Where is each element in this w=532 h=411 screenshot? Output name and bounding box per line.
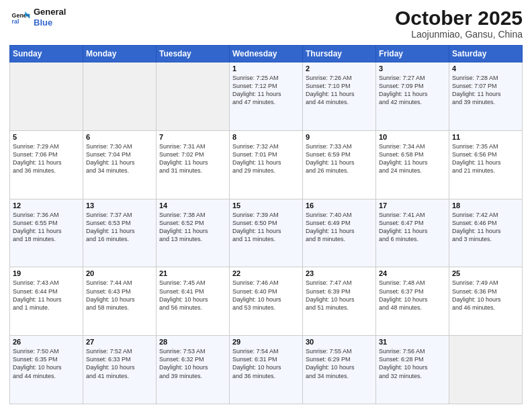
day-number: 3	[379, 64, 446, 73]
calendar-cell: 17Sunrise: 7:41 AM Sunset: 6:47 PM Dayli…	[376, 199, 449, 267]
calendar-body: 1Sunrise: 7:25 AM Sunset: 7:12 PM Daylig…	[10, 62, 523, 404]
day-number: 12	[13, 201, 80, 210]
day-info: Sunrise: 7:37 AM Sunset: 6:53 PM Dayligh…	[86, 211, 153, 244]
calendar-cell: 18Sunrise: 7:42 AM Sunset: 6:46 PM Dayli…	[449, 199, 523, 267]
calendar-cell: 6Sunrise: 7:30 AM Sunset: 7:04 PM Daylig…	[83, 130, 157, 199]
calendar-cell: 30Sunrise: 7:55 AM Sunset: 6:29 PM Dayli…	[303, 336, 376, 404]
logo-text: General Blue	[34, 7, 66, 28]
day-number: 23	[306, 269, 373, 277]
col-thursday: Thursday	[303, 46, 376, 62]
calendar-cell	[10, 62, 83, 131]
day-info: Sunrise: 7:29 AM Sunset: 7:06 PM Dayligh…	[13, 142, 80, 175]
col-wednesday: Wednesday	[230, 46, 303, 62]
calendar: Sunday Monday Tuesday Wednesday Thursday…	[9, 45, 523, 404]
col-monday: Monday	[83, 46, 157, 62]
calendar-week-5: 26Sunrise: 7:50 AM Sunset: 6:35 PM Dayli…	[10, 336, 523, 404]
calendar-week-4: 19Sunrise: 7:43 AM Sunset: 6:44 PM Dayli…	[10, 267, 523, 336]
day-number: 10	[379, 133, 446, 141]
svg-text:ral: ral	[12, 18, 19, 25]
calendar-cell: 8Sunrise: 7:32 AM Sunset: 7:01 PM Daylig…	[230, 130, 303, 199]
calendar-cell: 16Sunrise: 7:40 AM Sunset: 6:49 PM Dayli…	[303, 199, 376, 267]
calendar-cell: 29Sunrise: 7:54 AM Sunset: 6:31 PM Dayli…	[230, 336, 303, 404]
day-info: Sunrise: 7:47 AM Sunset: 6:39 PM Dayligh…	[306, 279, 373, 312]
calendar-cell: 7Sunrise: 7:31 AM Sunset: 7:02 PM Daylig…	[157, 130, 230, 199]
day-number: 11	[452, 133, 519, 141]
day-info: Sunrise: 7:41 AM Sunset: 6:47 PM Dayligh…	[379, 211, 446, 244]
day-number: 15	[232, 201, 300, 210]
calendar-cell: 1Sunrise: 7:25 AM Sunset: 7:12 PM Daylig…	[230, 62, 303, 131]
day-info: Sunrise: 7:30 AM Sunset: 7:04 PM Dayligh…	[86, 142, 153, 175]
day-info: Sunrise: 7:36 AM Sunset: 6:55 PM Dayligh…	[13, 211, 80, 244]
day-info: Sunrise: 7:31 AM Sunset: 7:02 PM Dayligh…	[159, 142, 226, 175]
col-friday: Friday	[376, 46, 449, 62]
weekday-header-row: Sunday Monday Tuesday Wednesday Thursday…	[10, 46, 523, 62]
day-info: Sunrise: 7:45 AM Sunset: 6:41 PM Dayligh…	[159, 279, 226, 312]
page: Gene- ral General Blue October 2025 Laoj…	[0, 0, 532, 411]
day-number: 22	[232, 269, 300, 277]
day-info: Sunrise: 7:56 AM Sunset: 6:28 PM Dayligh…	[379, 347, 446, 380]
day-number: 25	[452, 269, 519, 277]
calendar-cell: 3Sunrise: 7:27 AM Sunset: 7:09 PM Daylig…	[376, 62, 449, 131]
calendar-cell: 27Sunrise: 7:52 AM Sunset: 6:33 PM Dayli…	[83, 336, 157, 404]
calendar-cell: 20Sunrise: 7:44 AM Sunset: 6:43 PM Dayli…	[83, 267, 157, 336]
day-number: 9	[306, 133, 373, 141]
calendar-cell: 31Sunrise: 7:56 AM Sunset: 6:28 PM Dayli…	[376, 336, 449, 404]
calendar-week-3: 12Sunrise: 7:36 AM Sunset: 6:55 PM Dayli…	[10, 199, 523, 267]
day-info: Sunrise: 7:55 AM Sunset: 6:29 PM Dayligh…	[306, 347, 373, 380]
day-info: Sunrise: 7:39 AM Sunset: 6:50 PM Dayligh…	[232, 211, 300, 244]
calendar-week-1: 1Sunrise: 7:25 AM Sunset: 7:12 PM Daylig…	[10, 62, 523, 131]
calendar-week-2: 5Sunrise: 7:29 AM Sunset: 7:06 PM Daylig…	[10, 130, 523, 199]
day-info: Sunrise: 7:32 AM Sunset: 7:01 PM Dayligh…	[232, 142, 300, 175]
calendar-cell: 24Sunrise: 7:48 AM Sunset: 6:37 PM Dayli…	[376, 267, 449, 336]
calendar-cell: 9Sunrise: 7:33 AM Sunset: 6:59 PM Daylig…	[303, 130, 376, 199]
calendar-cell	[449, 336, 523, 404]
day-number: 20	[86, 269, 153, 277]
day-info: Sunrise: 7:53 AM Sunset: 6:32 PM Dayligh…	[159, 347, 226, 380]
day-number: 18	[452, 201, 519, 210]
day-info: Sunrise: 7:43 AM Sunset: 6:44 PM Dayligh…	[13, 279, 80, 312]
day-info: Sunrise: 7:27 AM Sunset: 7:09 PM Dayligh…	[379, 74, 446, 107]
day-info: Sunrise: 7:44 AM Sunset: 6:43 PM Dayligh…	[86, 279, 153, 312]
month-title: October 2025	[395, 7, 523, 29]
logo-line2: Blue	[34, 17, 66, 28]
col-tuesday: Tuesday	[157, 46, 230, 62]
calendar-cell: 22Sunrise: 7:46 AM Sunset: 6:40 PM Dayli…	[230, 267, 303, 336]
day-info: Sunrise: 7:33 AM Sunset: 6:59 PM Dayligh…	[306, 142, 373, 175]
day-number: 24	[379, 269, 446, 277]
day-number: 16	[306, 201, 373, 210]
day-number: 13	[86, 201, 153, 210]
calendar-cell: 23Sunrise: 7:47 AM Sunset: 6:39 PM Dayli…	[303, 267, 376, 336]
calendar-cell: 2Sunrise: 7:26 AM Sunset: 7:10 PM Daylig…	[303, 62, 376, 131]
calendar-cell: 25Sunrise: 7:49 AM Sunset: 6:36 PM Dayli…	[449, 267, 523, 336]
calendar-cell: 11Sunrise: 7:35 AM Sunset: 6:56 PM Dayli…	[449, 130, 523, 199]
day-info: Sunrise: 7:48 AM Sunset: 6:37 PM Dayligh…	[379, 279, 446, 312]
calendar-cell: 4Sunrise: 7:28 AM Sunset: 7:07 PM Daylig…	[449, 62, 523, 131]
calendar-cell: 28Sunrise: 7:53 AM Sunset: 6:32 PM Dayli…	[157, 336, 230, 404]
logo-icon: Gene- ral	[9, 7, 31, 28]
calendar-cell: 26Sunrise: 7:50 AM Sunset: 6:35 PM Dayli…	[10, 336, 83, 404]
day-number: 19	[13, 269, 80, 277]
calendar-cell: 10Sunrise: 7:34 AM Sunset: 6:58 PM Dayli…	[376, 130, 449, 199]
day-number: 1	[232, 64, 300, 73]
day-info: Sunrise: 7:35 AM Sunset: 6:56 PM Dayligh…	[452, 142, 519, 175]
calendar-cell: 14Sunrise: 7:38 AM Sunset: 6:52 PM Dayli…	[157, 199, 230, 267]
day-info: Sunrise: 7:40 AM Sunset: 6:49 PM Dayligh…	[306, 211, 373, 244]
day-number: 27	[86, 338, 153, 346]
day-number: 2	[306, 64, 373, 73]
location: Laojunmiao, Gansu, China	[395, 29, 523, 40]
calendar-cell	[83, 62, 157, 131]
day-number: 17	[379, 201, 446, 210]
day-info: Sunrise: 7:28 AM Sunset: 7:07 PM Dayligh…	[452, 74, 519, 107]
day-info: Sunrise: 7:26 AM Sunset: 7:10 PM Dayligh…	[306, 74, 373, 107]
day-info: Sunrise: 7:34 AM Sunset: 6:58 PM Dayligh…	[379, 142, 446, 175]
day-info: Sunrise: 7:42 AM Sunset: 6:46 PM Dayligh…	[452, 211, 519, 244]
day-info: Sunrise: 7:46 AM Sunset: 6:40 PM Dayligh…	[232, 279, 300, 312]
calendar-cell: 15Sunrise: 7:39 AM Sunset: 6:50 PM Dayli…	[230, 199, 303, 267]
day-number: 21	[159, 269, 226, 277]
header: Gene- ral General Blue October 2025 Laoj…	[9, 7, 523, 40]
calendar-header: Sunday Monday Tuesday Wednesday Thursday…	[10, 46, 523, 62]
day-number: 31	[379, 338, 446, 346]
day-number: 6	[86, 133, 153, 141]
day-info: Sunrise: 7:50 AM Sunset: 6:35 PM Dayligh…	[13, 347, 80, 380]
day-number: 14	[159, 201, 226, 210]
